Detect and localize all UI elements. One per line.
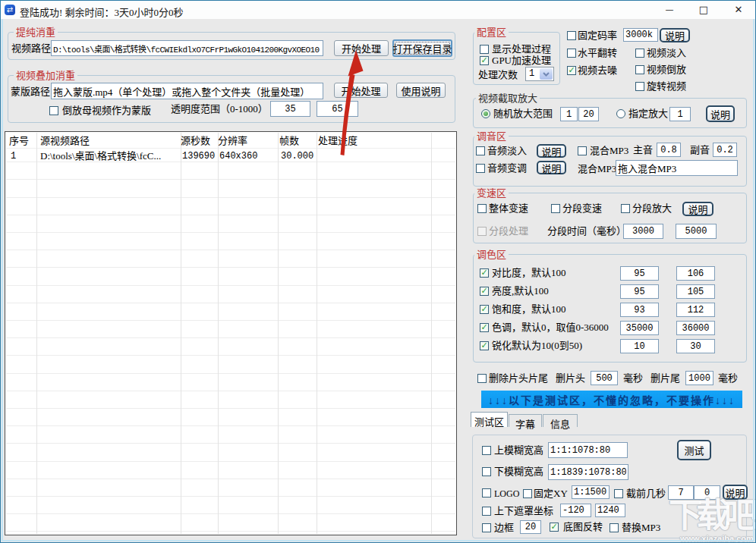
check-icon: ✓: [480, 286, 487, 296]
col-header-frames[interactable]: 帧数: [279, 136, 299, 146]
segment-time2-input[interactable]: [676, 224, 717, 239]
contrast-min-input[interactable]: [620, 266, 659, 281]
sharpen-min-input[interactable]: [620, 339, 659, 353]
contrast-checkbox[interactable]: ✓: [480, 268, 489, 278]
minimize-button[interactable]: —: [657, 1, 682, 19]
segment-zoom-checkbox[interactable]: [621, 204, 630, 213]
col-header-path[interactable]: 源视频路径: [40, 136, 90, 146]
fixed-zoom-input[interactable]: [669, 107, 691, 121]
hue-checkbox[interactable]: ✓: [480, 323, 489, 332]
gpu-accel-checkbox[interactable]: ✓: [480, 56, 489, 65]
mask-coord1-input[interactable]: [560, 504, 591, 517]
segment-time1-input[interactable]: [623, 224, 663, 239]
random-zoom-min-input[interactable]: [560, 107, 578, 121]
bottom-blur-checkbox[interactable]: [482, 467, 491, 476]
hflip-checkbox[interactable]: [567, 49, 576, 58]
cut-seconds1-input[interactable]: [668, 485, 694, 500]
test-button[interactable]: 测试: [677, 440, 711, 460]
open-save-dir-button[interactable]: 打开保存目录: [392, 39, 452, 57]
mix-mp3-input[interactable]: [616, 160, 738, 176]
video-reverse-checkbox[interactable]: [635, 65, 644, 74]
segment-speed-checkbox[interactable]: [551, 204, 560, 213]
bitrate-info-button[interactable]: 说明: [660, 28, 690, 42]
saturation-min-input[interactable]: [620, 303, 659, 317]
border-width-input[interactable]: [520, 520, 541, 534]
audio-fadein-info-button[interactable]: 说明: [537, 144, 566, 158]
fixed-bitrate-checkbox[interactable]: [567, 31, 576, 40]
trim-tail-input[interactable]: [685, 371, 713, 385]
main-audio-input[interactable]: [657, 143, 681, 157]
opacity-min-input[interactable]: [270, 101, 310, 117]
mask-coord-checkbox[interactable]: [482, 507, 491, 516]
bitrate-input[interactable]: [623, 28, 658, 42]
sub-audio-input[interactable]: [713, 143, 737, 157]
audio-pitch-checkbox[interactable]: [476, 164, 485, 173]
tab-test-area[interactable]: 测试区: [471, 412, 508, 427]
top-blur-checkbox[interactable]: [482, 446, 491, 455]
file-table[interactable]: 序号 源视频路径 源秒数 分辨率 帧数 处理进度 1 D:\tools\桌面\格…: [5, 131, 457, 535]
hue-min-input[interactable]: [620, 321, 659, 335]
col-header-resolution[interactable]: 分辨率: [218, 136, 247, 146]
brightness-max-input[interactable]: [676, 284, 715, 299]
sharpen-max-input[interactable]: [676, 339, 715, 353]
segment-process-checkbox[interactable]: [477, 227, 487, 236]
table-column-divider: [278, 133, 279, 534]
fixed-xy-checkbox[interactable]: [523, 489, 532, 498]
video-path-input[interactable]: [51, 40, 323, 56]
saturation-checkbox[interactable]: ✓: [480, 305, 489, 314]
denoise-checkbox[interactable]: ✓: [567, 66, 576, 75]
video-fadein-checkbox[interactable]: [635, 49, 644, 58]
saturation-max-input[interactable]: [676, 303, 715, 317]
random-zoom-max-input[interactable]: [578, 107, 599, 121]
trim-label: 删除片头片尾: [489, 373, 548, 384]
trim-head-input[interactable]: [591, 371, 618, 385]
sharpen-checkbox[interactable]: ✓: [480, 341, 489, 350]
video-rotate-checkbox[interactable]: [635, 82, 644, 91]
fixed-xy-input[interactable]: [572, 485, 610, 499]
cut-info-button[interactable]: 说明: [723, 485, 748, 500]
maximize-button[interactable]: □: [691, 1, 717, 19]
invert-base-checkbox[interactable]: ✓: [550, 523, 559, 532]
tab-info[interactable]: 信息: [543, 414, 578, 427]
audio-pitch-label: 音频变调: [487, 163, 527, 174]
replace-mp3-checkbox[interactable]: [610, 523, 619, 532]
top-blur-input[interactable]: [548, 442, 628, 458]
col-header-seconds[interactable]: 源秒数: [181, 136, 210, 146]
random-zoom-radio[interactable]: [481, 109, 490, 118]
col-header-progress[interactable]: 处理进度: [318, 136, 358, 146]
fixed-zoom-radio[interactable]: [616, 109, 625, 118]
mask-path-input[interactable]: [51, 83, 323, 99]
tab-subtitle[interactable]: 字幕: [509, 414, 542, 427]
overall-speed-checkbox[interactable]: [477, 204, 487, 213]
chevron-down-icon[interactable]: [540, 68, 553, 80]
hue-max-input[interactable]: [676, 321, 715, 335]
contrast-max-input[interactable]: [676, 266, 715, 281]
col-header-index[interactable]: 序号: [9, 136, 29, 146]
segment-zoom-label: 分段放大: [632, 203, 672, 214]
close-button[interactable]: ✕: [726, 1, 751, 19]
border-checkbox[interactable]: [482, 523, 491, 532]
process-count-select[interactable]: 1: [525, 67, 554, 81]
audio-pitch-info-button[interactable]: 说明: [537, 161, 566, 174]
opacity-max-input[interactable]: [317, 101, 358, 117]
audio-fadein-checkbox[interactable]: [476, 146, 485, 155]
mask-coord2-input[interactable]: [595, 504, 625, 517]
overlay-start-button[interactable]: 开始处理: [334, 83, 388, 98]
logo-checkbox[interactable]: [482, 488, 491, 497]
row1-frames: 30.000: [281, 151, 313, 162]
purify-start-button[interactable]: 开始处理: [334, 40, 389, 56]
trim-checkbox[interactable]: [477, 374, 487, 383]
show-process-checkbox[interactable]: [480, 45, 489, 54]
overlay-help-button[interactable]: 使用说明: [396, 83, 446, 98]
segment-process-label: 分段处理: [489, 226, 528, 237]
speed-info-button[interactable]: 说明: [682, 202, 713, 216]
table-column-divider: [36, 133, 37, 534]
reverse-mother-video-checkbox[interactable]: [49, 106, 58, 115]
zoom-info-button[interactable]: 说明: [706, 105, 735, 122]
bottom-blur-input[interactable]: [548, 464, 628, 480]
mix-mp3-checkbox[interactable]: [578, 146, 587, 155]
cut-seconds2-input[interactable]: [694, 485, 720, 500]
cut-first-seconds-checkbox[interactable]: [614, 489, 623, 498]
brightness-min-input[interactable]: [620, 284, 659, 299]
brightness-checkbox[interactable]: ✓: [480, 287, 489, 296]
